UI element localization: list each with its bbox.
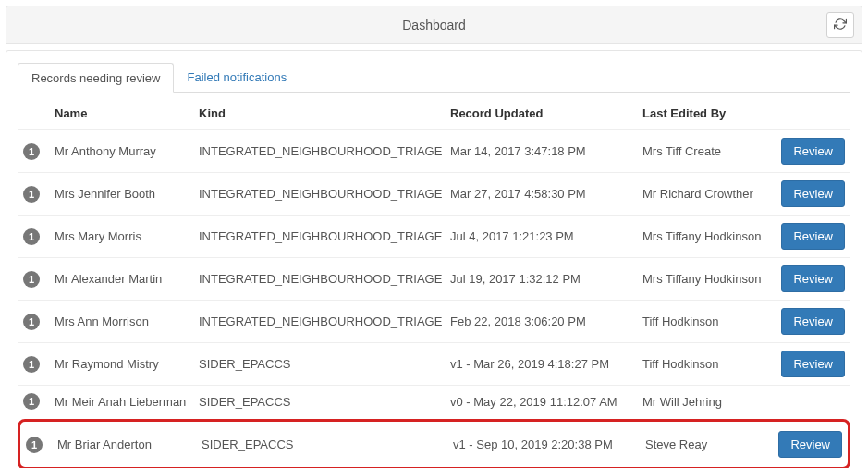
refresh-icon xyxy=(834,18,847,33)
cell-kind: INTEGRATED_NEIGHBOURHOOD_TRIAGE xyxy=(199,144,450,158)
cell-editor: Mrs Tiff Create xyxy=(642,144,770,158)
cell-updated: Jul 19, 2017 1:32:12 PM xyxy=(450,272,642,286)
cell-name: Mr Meir Anah Lieberman xyxy=(55,395,199,409)
cell-editor: Mr Richard Crowther xyxy=(642,187,770,201)
page-header: Dashboard xyxy=(6,6,862,44)
count-badge: 1 xyxy=(23,186,40,203)
review-button[interactable]: Review xyxy=(781,180,845,207)
count-badge: 1 xyxy=(23,143,40,160)
cell-kind: INTEGRATED_NEIGHBOURHOOD_TRIAGE xyxy=(199,272,450,286)
cell-updated: Mar 27, 2017 4:58:30 PM xyxy=(450,187,642,201)
review-button[interactable]: Review xyxy=(781,308,845,335)
review-button[interactable]: Review xyxy=(778,431,842,458)
table-row: 1Mr Meir Anah LiebermanSIDER_EPACCSv0 - … xyxy=(18,385,850,417)
count-badge: 1 xyxy=(23,356,40,373)
cell-editor: Tiff Hodkinson xyxy=(642,357,770,371)
count-badge: 1 xyxy=(23,228,40,245)
cell-kind: SIDER_EPACCS xyxy=(202,437,453,451)
table-row: 1Mrs Ann MorrisonINTEGRATED_NEIGHBOURHOO… xyxy=(18,300,850,342)
col-header-editor: Last Edited By xyxy=(642,106,770,120)
table-row: 1Mrs Jennifer BoothINTEGRATED_NEIGHBOURH… xyxy=(18,172,850,215)
records-panel: Records needing review Failed notificati… xyxy=(6,50,862,468)
count-badge: 1 xyxy=(23,314,40,330)
review-button[interactable]: Review xyxy=(781,351,845,377)
cell-updated: v1 - Mar 26, 2019 4:18:27 PM xyxy=(450,357,642,371)
cell-name: Mrs Ann Morrison xyxy=(55,314,199,328)
cell-name: Mr Raymond Mistry xyxy=(55,357,199,371)
cell-updated: v1 - Sep 10, 2019 2:20:38 PM xyxy=(453,437,645,451)
tab-failed-notifications[interactable]: Failed notifications xyxy=(174,63,300,93)
tab-records-needing-review[interactable]: Records needing review xyxy=(18,63,174,93)
table-row: 1Mr Briar AndertonSIDER_EPACCSv1 - Sep 1… xyxy=(18,419,850,468)
cell-kind: SIDER_EPACCS xyxy=(199,395,450,409)
review-button[interactable]: Review xyxy=(781,138,845,165)
cell-updated: Mar 14, 2017 3:47:18 PM xyxy=(450,144,642,158)
cell-kind: INTEGRATED_NEIGHBOURHOOD_TRIAGE xyxy=(199,314,450,328)
table-row: 1Mr Anthony MurrayINTEGRATED_NEIGHBOURHO… xyxy=(18,129,850,172)
col-header-kind: Kind xyxy=(199,106,450,120)
table-row: 1Mr Raymond MistrySIDER_EPACCSv1 - Mar 2… xyxy=(18,342,850,385)
col-header-name: Name xyxy=(55,106,199,120)
count-badge: 1 xyxy=(23,271,40,288)
cell-editor: Mr Will Jehring xyxy=(642,395,770,409)
cell-editor: Mrs Tiffany Hodkinson xyxy=(642,272,770,286)
table-header: Name Kind Record Updated Last Edited By xyxy=(18,97,850,129)
count-badge: 1 xyxy=(26,437,43,453)
table-row: 1Mrs Mary MorrisINTEGRATED_NEIGHBOURHOOD… xyxy=(18,215,850,257)
table-row: 1Mr Alexander MartinINTEGRATED_NEIGHBOUR… xyxy=(18,257,850,300)
cell-name: Mrs Mary Morris xyxy=(55,229,199,243)
tabs: Records needing review Failed notificati… xyxy=(18,62,850,93)
cell-kind: INTEGRATED_NEIGHBOURHOOD_TRIAGE xyxy=(199,229,450,243)
cell-editor: Tiff Hodkinson xyxy=(642,314,770,328)
cell-name: Mr Alexander Martin xyxy=(55,272,199,286)
cell-editor: Mrs Tiffany Hodkinson xyxy=(642,229,770,243)
cell-name: Mrs Jennifer Booth xyxy=(55,187,199,201)
cell-updated: Jul 4, 2017 1:21:23 PM xyxy=(450,229,642,243)
refresh-button[interactable] xyxy=(826,12,854,38)
cell-updated: Feb 22, 2018 3:06:20 PM xyxy=(450,314,642,328)
cell-kind: INTEGRATED_NEIGHBOURHOOD_TRIAGE xyxy=(199,187,450,201)
review-button[interactable]: Review xyxy=(781,265,845,292)
cell-editor: Steve Reay xyxy=(645,437,773,451)
cell-name: Mr Anthony Murray xyxy=(55,144,199,158)
cell-updated: v0 - May 22, 2019 11:12:07 AM xyxy=(450,395,642,409)
page-title: Dashboard xyxy=(402,18,466,32)
table-body: 1Mr Anthony MurrayINTEGRATED_NEIGHBOURHO… xyxy=(18,129,850,468)
count-badge: 1 xyxy=(23,393,40,410)
cell-name: Mr Briar Anderton xyxy=(57,437,202,451)
cell-kind: SIDER_EPACCS xyxy=(199,357,450,371)
review-button[interactable]: Review xyxy=(781,223,845,250)
col-header-updated: Record Updated xyxy=(450,106,642,120)
